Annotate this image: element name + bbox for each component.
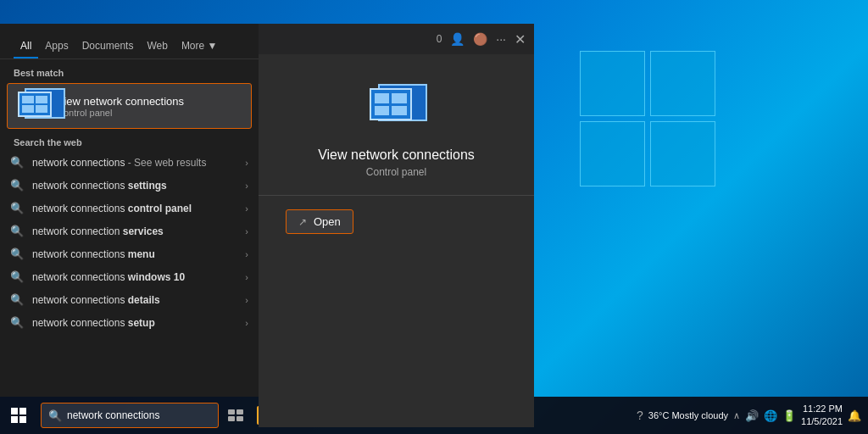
close-icon[interactable]: ✕ <box>515 31 526 47</box>
search-icon-4: 🔍 <box>10 225 24 237</box>
web-result-text-2: network connections settings <box>32 180 240 192</box>
result-count: 0 <box>437 33 442 45</box>
weather-text: 36°C Mostly cloudy <box>648 410 728 420</box>
start-icon <box>11 408 26 423</box>
clock-time: 11:22 PM <box>801 403 843 415</box>
avatar-icon[interactable]: 🟤 <box>473 32 487 46</box>
task-view-icon <box>228 409 243 421</box>
more-options-icon[interactable]: ··· <box>496 32 506 46</box>
tab-documents[interactable]: Documents <box>75 33 141 58</box>
profile-icon[interactable]: 👤 <box>450 32 465 46</box>
web-result-text-1: network connections - See web results <box>32 157 240 169</box>
chevron-icon[interactable]: ∧ <box>733 410 740 421</box>
svg-rect-1 <box>236 409 243 415</box>
arrow-icon-3: › <box>245 203 248 214</box>
tab-more[interactable]: More ▼ <box>175 33 225 58</box>
search-icon-8: 🔍 <box>10 316 24 329</box>
web-result-item[interactable]: 🔍 network connection services › <box>0 220 259 242</box>
search-right-pane: View network connections Control panel ↗… <box>259 54 534 427</box>
web-result-text-4: network connection services <box>32 225 240 237</box>
taskbar-search-bar[interactable]: 🔍 network connections <box>41 403 219 428</box>
search-panel-header: 0 👤 🟤 ··· ✕ <box>259 24 534 54</box>
svg-rect-2 <box>228 416 235 421</box>
search-icon-5: 🔍 <box>10 248 24 260</box>
web-result-item[interactable]: 🔍 network connections details › <box>0 288 259 311</box>
web-result-text-6: network connections windows 10 <box>32 271 240 283</box>
svg-rect-0 <box>228 409 235 415</box>
result-subtitle: Control panel <box>366 166 426 178</box>
arrow-icon-2: › <box>245 181 248 191</box>
web-result-item[interactable]: 🔍 network connections settings › <box>0 174 259 197</box>
battery-icon[interactable]: 🔋 <box>782 409 796 422</box>
arrow-icon-1: › <box>245 158 248 168</box>
system-tray: ? 36°C Mostly cloudy ∧ 🔊 🌐 🔋 11:22 PM 11… <box>637 403 868 429</box>
arrow-icon-4: › <box>245 226 248 236</box>
search-icon-1: 🔍 <box>10 156 24 169</box>
taskbar-search-text: network connections <box>67 409 159 421</box>
result-divider <box>259 195 534 196</box>
arrow-icon-5: › <box>245 249 248 259</box>
tab-all[interactable]: All <box>14 33 38 58</box>
clock: 11:22 PM 11/5/2021 <box>801 403 843 429</box>
help-icon[interactable]: ? <box>637 409 643 422</box>
task-view-button[interactable] <box>220 397 251 434</box>
best-match-info: View network connections Control panel <box>57 95 184 118</box>
result-title: View network connections <box>318 147 475 163</box>
best-match-item[interactable]: View network connections Control panel <box>7 83 252 129</box>
open-arrow-icon: ↗ <box>298 216 307 228</box>
result-icon-large <box>370 80 424 134</box>
notification-icon[interactable]: 🔔 <box>848 409 861 422</box>
web-result-text-3: network connections control panel <box>32 203 240 214</box>
best-match-title: View network connections <box>57 95 184 108</box>
arrow-icon-8: › <box>245 318 248 328</box>
start-button[interactable] <box>0 397 37 434</box>
network-connections-icon <box>18 91 48 121</box>
search-icon-6: 🔍 <box>10 270 24 283</box>
tab-apps[interactable]: Apps <box>38 33 75 58</box>
search-left-pane: All Apps Documents Web More ▼ Best match <box>0 24 259 397</box>
best-match-label: Best match <box>0 59 259 83</box>
network-icon[interactable]: 🌐 <box>764 409 777 422</box>
web-result-item[interactable]: 🔍 network connections control panel › <box>0 197 259 220</box>
best-match-subtitle: Control panel <box>57 108 184 118</box>
arrow-icon-7: › <box>245 295 248 305</box>
arrow-icon-6: › <box>245 272 248 282</box>
windows-logo <box>580 51 715 186</box>
taskbar-search-icon: 🔍 <box>48 409 62 422</box>
search-web-label: Search the web <box>0 129 259 151</box>
svg-rect-3 <box>236 416 243 421</box>
search-panel: 0 👤 🟤 ··· ✕ All Apps Documents Web More … <box>0 24 534 397</box>
web-result-text-5: network connections menu <box>32 248 240 260</box>
open-button[interactable]: ↗ Open <box>286 209 353 234</box>
web-result-item[interactable]: 🔍 network connections - See web results … <box>0 151 259 174</box>
search-icon-3: 🔍 <box>10 202 24 214</box>
web-result-item[interactable]: 🔍 network connections menu › <box>0 242 259 265</box>
search-tabs: All Apps Documents Web More ▼ <box>0 24 259 59</box>
open-button-label: Open <box>314 215 341 228</box>
web-result-text-8: network connections setup <box>32 317 240 329</box>
tab-web[interactable]: Web <box>140 33 174 58</box>
web-result-item[interactable]: 🔍 network connections setup › <box>0 311 259 334</box>
search-icon-7: 🔍 <box>10 293 24 306</box>
web-result-text-7: network connections details <box>32 294 240 306</box>
web-result-item[interactable]: 🔍 network connections windows 10 › <box>0 265 259 288</box>
desktop: 0 👤 🟤 ··· ✕ All Apps Documents Web More … <box>0 0 868 434</box>
search-icon-2: 🔍 <box>10 179 24 192</box>
speaker-icon[interactable]: 🔊 <box>745 409 759 422</box>
clock-date: 11/5/2021 <box>801 415 843 428</box>
